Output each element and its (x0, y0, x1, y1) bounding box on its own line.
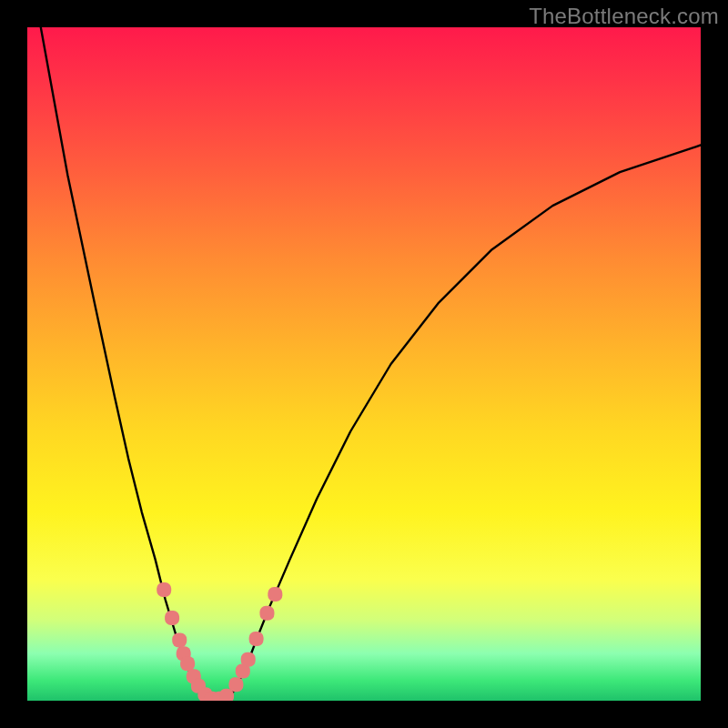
marker-point (241, 652, 256, 667)
marker-point (268, 587, 282, 602)
plot-area (27, 27, 701, 701)
marker-point (180, 656, 195, 671)
marker-point (249, 632, 264, 646)
marker-point (172, 632, 187, 647)
chart-frame: TheBottleneck.com (0, 0, 728, 728)
marker-point (165, 611, 179, 625)
marker-point (157, 582, 171, 597)
bottleneck-curve (41, 27, 701, 701)
marker-group (157, 582, 282, 701)
watermark-text: TheBottleneck.com (529, 4, 719, 29)
marker-point (259, 606, 274, 621)
chart-svg (27, 27, 701, 701)
marker-point (228, 677, 243, 692)
